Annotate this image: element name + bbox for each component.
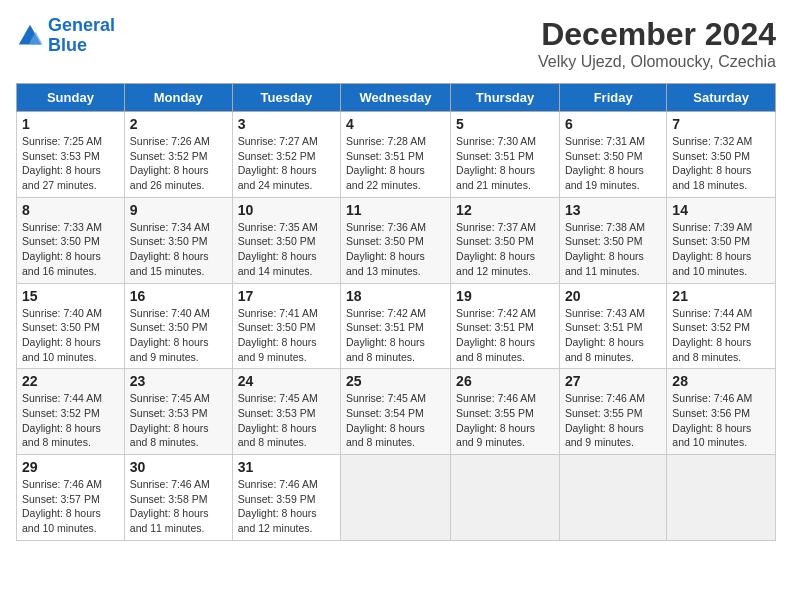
calendar-cell <box>667 455 776 541</box>
col-header-saturday: Saturday <box>667 84 776 112</box>
day-info: Sunrise: 7:34 AMSunset: 3:50 PMDaylight:… <box>130 220 227 279</box>
day-info: Sunrise: 7:45 AMSunset: 3:54 PMDaylight:… <box>346 391 445 450</box>
day-info: Sunrise: 7:46 AMSunset: 3:55 PMDaylight:… <box>565 391 661 450</box>
calendar-cell: 15Sunrise: 7:40 AMSunset: 3:50 PMDayligh… <box>17 283 125 369</box>
day-info: Sunrise: 7:40 AMSunset: 3:50 PMDaylight:… <box>22 306 119 365</box>
calendar-cell: 3Sunrise: 7:27 AMSunset: 3:52 PMDaylight… <box>232 112 340 198</box>
calendar-table: SundayMondayTuesdayWednesdayThursdayFrid… <box>16 83 776 541</box>
calendar-subtitle: Velky Ujezd, Olomoucky, Czechia <box>538 53 776 71</box>
day-info: Sunrise: 7:46 AMSunset: 3:55 PMDaylight:… <box>456 391 554 450</box>
calendar-cell: 11Sunrise: 7:36 AMSunset: 3:50 PMDayligh… <box>341 197 451 283</box>
day-info: Sunrise: 7:45 AMSunset: 3:53 PMDaylight:… <box>130 391 227 450</box>
day-info: Sunrise: 7:31 AMSunset: 3:50 PMDaylight:… <box>565 134 661 193</box>
calendar-cell: 23Sunrise: 7:45 AMSunset: 3:53 PMDayligh… <box>124 369 232 455</box>
day-info: Sunrise: 7:39 AMSunset: 3:50 PMDaylight:… <box>672 220 770 279</box>
day-number: 20 <box>565 288 661 304</box>
calendar-cell <box>451 455 560 541</box>
day-number: 13 <box>565 202 661 218</box>
calendar-week-5: 29Sunrise: 7:46 AMSunset: 3:57 PMDayligh… <box>17 455 776 541</box>
calendar-cell: 18Sunrise: 7:42 AMSunset: 3:51 PMDayligh… <box>341 283 451 369</box>
calendar-cell: 2Sunrise: 7:26 AMSunset: 3:52 PMDaylight… <box>124 112 232 198</box>
day-number: 27 <box>565 373 661 389</box>
col-header-monday: Monday <box>124 84 232 112</box>
calendar-cell: 14Sunrise: 7:39 AMSunset: 3:50 PMDayligh… <box>667 197 776 283</box>
day-number: 26 <box>456 373 554 389</box>
calendar-cell: 5Sunrise: 7:30 AMSunset: 3:51 PMDaylight… <box>451 112 560 198</box>
calendar-cell: 25Sunrise: 7:45 AMSunset: 3:54 PMDayligh… <box>341 369 451 455</box>
day-number: 22 <box>22 373 119 389</box>
day-number: 9 <box>130 202 227 218</box>
calendar-week-2: 8Sunrise: 7:33 AMSunset: 3:50 PMDaylight… <box>17 197 776 283</box>
day-number: 16 <box>130 288 227 304</box>
day-info: Sunrise: 7:46 AMSunset: 3:56 PMDaylight:… <box>672 391 770 450</box>
day-number: 7 <box>672 116 770 132</box>
day-number: 29 <box>22 459 119 475</box>
day-info: Sunrise: 7:37 AMSunset: 3:50 PMDaylight:… <box>456 220 554 279</box>
calendar-cell <box>341 455 451 541</box>
calendar-cell: 17Sunrise: 7:41 AMSunset: 3:50 PMDayligh… <box>232 283 340 369</box>
logo-icon <box>16 22 44 50</box>
day-info: Sunrise: 7:40 AMSunset: 3:50 PMDaylight:… <box>130 306 227 365</box>
logo-text: General Blue <box>48 16 115 56</box>
day-number: 28 <box>672 373 770 389</box>
day-number: 12 <box>456 202 554 218</box>
day-number: 18 <box>346 288 445 304</box>
logo-line1: General <box>48 15 115 35</box>
calendar-week-3: 15Sunrise: 7:40 AMSunset: 3:50 PMDayligh… <box>17 283 776 369</box>
day-number: 24 <box>238 373 335 389</box>
calendar-cell: 19Sunrise: 7:42 AMSunset: 3:51 PMDayligh… <box>451 283 560 369</box>
calendar-cell <box>559 455 666 541</box>
day-number: 10 <box>238 202 335 218</box>
calendar-cell: 21Sunrise: 7:44 AMSunset: 3:52 PMDayligh… <box>667 283 776 369</box>
col-header-thursday: Thursday <box>451 84 560 112</box>
day-info: Sunrise: 7:42 AMSunset: 3:51 PMDaylight:… <box>456 306 554 365</box>
calendar-cell: 26Sunrise: 7:46 AMSunset: 3:55 PMDayligh… <box>451 369 560 455</box>
calendar-cell: 29Sunrise: 7:46 AMSunset: 3:57 PMDayligh… <box>17 455 125 541</box>
calendar-cell: 13Sunrise: 7:38 AMSunset: 3:50 PMDayligh… <box>559 197 666 283</box>
day-number: 8 <box>22 202 119 218</box>
day-info: Sunrise: 7:43 AMSunset: 3:51 PMDaylight:… <box>565 306 661 365</box>
calendar-cell: 7Sunrise: 7:32 AMSunset: 3:50 PMDaylight… <box>667 112 776 198</box>
day-info: Sunrise: 7:25 AMSunset: 3:53 PMDaylight:… <box>22 134 119 193</box>
calendar-title: December 2024 <box>538 16 776 53</box>
logo-line2: Blue <box>48 35 87 55</box>
day-number: 1 <box>22 116 119 132</box>
page-header: General Blue December 2024 Velky Ujezd, … <box>16 16 776 71</box>
day-number: 31 <box>238 459 335 475</box>
day-number: 21 <box>672 288 770 304</box>
day-number: 14 <box>672 202 770 218</box>
calendar-cell: 9Sunrise: 7:34 AMSunset: 3:50 PMDaylight… <box>124 197 232 283</box>
day-info: Sunrise: 7:45 AMSunset: 3:53 PMDaylight:… <box>238 391 335 450</box>
day-number: 5 <box>456 116 554 132</box>
calendar-cell: 6Sunrise: 7:31 AMSunset: 3:50 PMDaylight… <box>559 112 666 198</box>
calendar-cell: 10Sunrise: 7:35 AMSunset: 3:50 PMDayligh… <box>232 197 340 283</box>
logo: General Blue <box>16 16 115 56</box>
day-info: Sunrise: 7:38 AMSunset: 3:50 PMDaylight:… <box>565 220 661 279</box>
calendar-week-1: 1Sunrise: 7:25 AMSunset: 3:53 PMDaylight… <box>17 112 776 198</box>
calendar-cell: 4Sunrise: 7:28 AMSunset: 3:51 PMDaylight… <box>341 112 451 198</box>
day-number: 25 <box>346 373 445 389</box>
calendar-cell: 31Sunrise: 7:46 AMSunset: 3:59 PMDayligh… <box>232 455 340 541</box>
day-number: 17 <box>238 288 335 304</box>
col-header-friday: Friday <box>559 84 666 112</box>
day-info: Sunrise: 7:42 AMSunset: 3:51 PMDaylight:… <box>346 306 445 365</box>
calendar-cell: 16Sunrise: 7:40 AMSunset: 3:50 PMDayligh… <box>124 283 232 369</box>
day-info: Sunrise: 7:44 AMSunset: 3:52 PMDaylight:… <box>22 391 119 450</box>
day-info: Sunrise: 7:26 AMSunset: 3:52 PMDaylight:… <box>130 134 227 193</box>
calendar-cell: 22Sunrise: 7:44 AMSunset: 3:52 PMDayligh… <box>17 369 125 455</box>
day-number: 23 <box>130 373 227 389</box>
day-info: Sunrise: 7:30 AMSunset: 3:51 PMDaylight:… <box>456 134 554 193</box>
calendar-cell: 20Sunrise: 7:43 AMSunset: 3:51 PMDayligh… <box>559 283 666 369</box>
day-info: Sunrise: 7:41 AMSunset: 3:50 PMDaylight:… <box>238 306 335 365</box>
day-number: 11 <box>346 202 445 218</box>
calendar-cell: 24Sunrise: 7:45 AMSunset: 3:53 PMDayligh… <box>232 369 340 455</box>
day-info: Sunrise: 7:35 AMSunset: 3:50 PMDaylight:… <box>238 220 335 279</box>
calendar-cell: 27Sunrise: 7:46 AMSunset: 3:55 PMDayligh… <box>559 369 666 455</box>
day-number: 19 <box>456 288 554 304</box>
day-number: 30 <box>130 459 227 475</box>
col-header-sunday: Sunday <box>17 84 125 112</box>
title-section: December 2024 Velky Ujezd, Olomoucky, Cz… <box>538 16 776 71</box>
day-number: 2 <box>130 116 227 132</box>
day-info: Sunrise: 7:46 AMSunset: 3:57 PMDaylight:… <box>22 477 119 536</box>
day-number: 15 <box>22 288 119 304</box>
